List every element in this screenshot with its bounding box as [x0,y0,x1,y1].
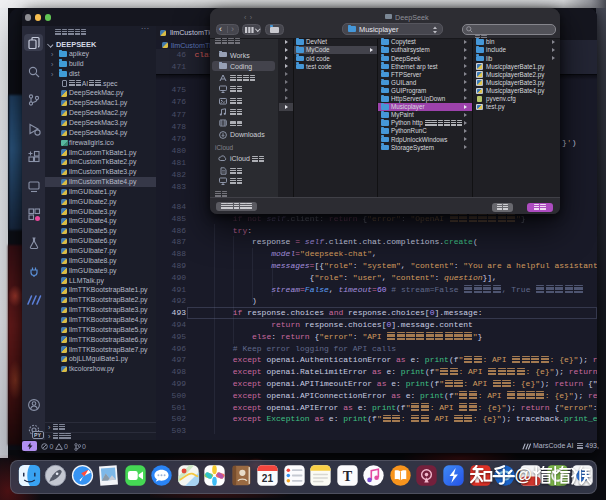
svg-text:T: T [342,467,352,483]
svg-text:21: 21 [262,472,274,483]
